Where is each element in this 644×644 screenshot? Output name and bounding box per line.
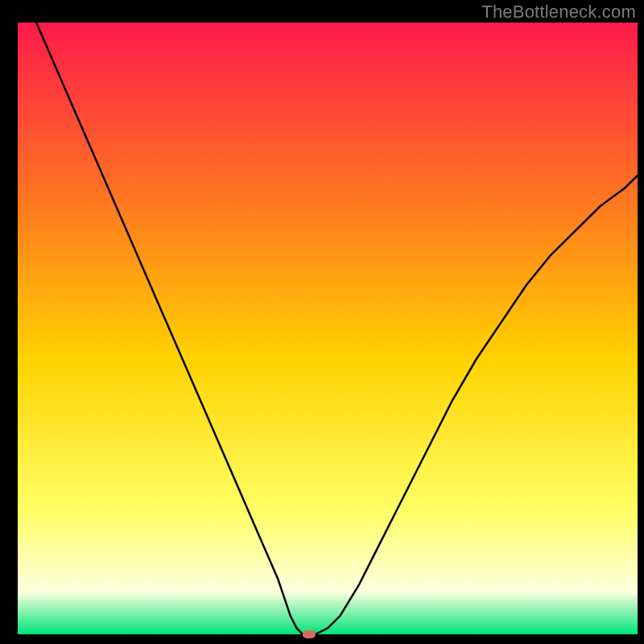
plot-background [18,23,638,634]
optimum-marker [303,630,316,638]
watermark-text: TheBottleneck.com [481,2,636,23]
bottleneck-chart [0,0,644,644]
chart-frame: TheBottleneck.com [0,0,644,644]
